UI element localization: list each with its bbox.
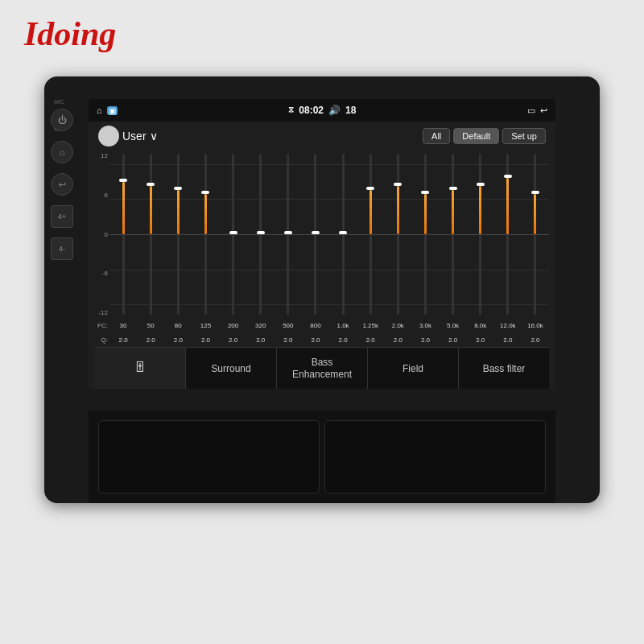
bottom-tabs: 🎚 Surround BassEnhancement Field Bass fi… bbox=[95, 347, 549, 389]
app-icon[interactable]: ▣ bbox=[107, 106, 118, 115]
home-button[interactable]: ⌂ bbox=[51, 141, 73, 163]
q-val-500: 2.0 bbox=[275, 336, 302, 344]
slider-col-5.0k[interactable] bbox=[440, 151, 467, 318]
slider-col-80[interactable] bbox=[164, 151, 192, 318]
slider-col-200[interactable] bbox=[220, 151, 247, 318]
bass-filter-label: Bass filter bbox=[483, 363, 526, 374]
slider-col-30[interactable] bbox=[109, 151, 137, 318]
slider-col-800[interactable] bbox=[302, 151, 329, 318]
slider-col-320[interactable] bbox=[247, 151, 275, 318]
slider-fill-50 bbox=[150, 186, 152, 234]
eq-sliders-container: 12 6 0 -6 -12 bbox=[95, 151, 549, 347]
slider-col-2.0k[interactable] bbox=[384, 151, 411, 318]
bottom-panel bbox=[89, 411, 555, 503]
q-val-5.0k: 2.0 bbox=[440, 336, 467, 344]
slider-fill-80 bbox=[177, 190, 180, 234]
all-button[interactable]: All bbox=[423, 128, 450, 144]
q-val-1.25k: 2.0 bbox=[357, 336, 384, 344]
slider-col-12.0k[interactable] bbox=[494, 151, 522, 318]
volume-icon: 🔊 bbox=[328, 105, 341, 116]
q-val-8.0k: 2.0 bbox=[467, 336, 494, 344]
slider-track-1.0k bbox=[342, 154, 345, 315]
vent-right bbox=[324, 420, 546, 493]
field-tab[interactable]: Field bbox=[368, 348, 459, 389]
vol-up-button[interactable]: 4+ bbox=[51, 205, 73, 228]
bass-enhancement-tab[interactable]: BassEnhancement bbox=[277, 348, 368, 389]
fc-row: FC: 3050801252003205008001.0k1.25k2.0k3.… bbox=[95, 318, 549, 332]
y-label-12: 12 bbox=[95, 152, 108, 159]
q-row: Q: 2.02.02.02.02.02.02.02.02.02.02.02.02… bbox=[95, 332, 549, 347]
nav-back-icon[interactable]: ↩ bbox=[540, 105, 547, 116]
q-val-800: 2.0 bbox=[302, 336, 329, 344]
slider-handle-320 bbox=[257, 231, 265, 234]
setup-button[interactable]: Set up bbox=[502, 128, 546, 144]
slider-col-50[interactable] bbox=[137, 151, 164, 318]
slider-col-500[interactable] bbox=[275, 151, 302, 318]
q-val-30: 2.0 bbox=[109, 336, 137, 344]
fc-label: FC: bbox=[95, 322, 109, 329]
status-bar: ⌂ ▣ ⧖ 08:02 🔊 18 ▭ ↩ bbox=[89, 99, 555, 122]
y-axis: 12 6 0 -6 -12 bbox=[95, 151, 109, 318]
dropdown-icon[interactable]: ∨ bbox=[150, 130, 158, 142]
slider-track-320 bbox=[259, 154, 262, 315]
eq-area: User ∨ All Default Set up 12 bbox=[89, 122, 555, 389]
slider-handle-50 bbox=[147, 183, 155, 186]
time-display: 08:02 bbox=[299, 105, 324, 116]
slider-col-16.0k[interactable] bbox=[522, 151, 549, 318]
fc-values: 3050801252003205008001.0k1.25k2.0k3.0k5.… bbox=[109, 322, 549, 329]
default-button[interactable]: Default bbox=[453, 128, 499, 144]
back-button[interactable]: ↩ bbox=[51, 173, 73, 196]
slider-track-80 bbox=[177, 154, 180, 315]
power-button[interactable]: ⏻ bbox=[51, 109, 73, 131]
slider-track-125 bbox=[204, 154, 207, 315]
status-center: ⧖ 08:02 🔊 18 bbox=[288, 105, 356, 116]
slider-fill-8.0k bbox=[479, 186, 481, 234]
vol-down-button[interactable]: 4- bbox=[51, 237, 73, 260]
user-label: User bbox=[122, 130, 147, 142]
slider-track-500 bbox=[287, 154, 289, 315]
vent-left bbox=[98, 420, 320, 493]
slider-handle-30 bbox=[119, 179, 127, 182]
user-avatar bbox=[98, 126, 119, 147]
q-val-200: 2.0 bbox=[220, 336, 247, 344]
slider-track-3.0k bbox=[424, 154, 427, 315]
home-icon[interactable]: ⌂ bbox=[97, 105, 102, 115]
q-val-3.0k: 2.0 bbox=[411, 336, 439, 344]
slider-handle-3.0k bbox=[421, 191, 429, 194]
brand-title: Idoing bbox=[24, 14, 116, 53]
page-wrapper: Idoing MIC RST ⏻ ⌂ ↩ 4+ 4- ⌂ ▣ ⧖ 08 bbox=[0, 0, 644, 644]
eq-top-controls: User ∨ All Default Set up bbox=[95, 122, 549, 151]
fc-val-500: 500 bbox=[275, 322, 302, 329]
fc-val-50: 50 bbox=[137, 322, 164, 329]
status-right: ▭ ↩ bbox=[527, 105, 547, 116]
slider-track-16.0k bbox=[534, 154, 536, 315]
slider-handle-80 bbox=[174, 187, 182, 190]
slider-track-2.0k bbox=[397, 154, 399, 315]
user-select[interactable]: User ∨ bbox=[98, 126, 158, 147]
fc-val-800: 800 bbox=[302, 322, 329, 329]
slider-handle-1.25k bbox=[366, 187, 374, 190]
q-val-50: 2.0 bbox=[137, 336, 164, 344]
slider-track-30 bbox=[122, 154, 125, 315]
bluetooth-icon: ⧖ bbox=[288, 105, 294, 115]
equalizer-tab[interactable]: 🎚 bbox=[95, 348, 186, 389]
y-label-n12: -12 bbox=[95, 309, 108, 316]
fc-val-8.0k: 8.0k bbox=[467, 322, 494, 329]
q-val-2.0k: 2.0 bbox=[384, 336, 411, 344]
slider-col-1.0k[interactable] bbox=[329, 151, 357, 318]
slider-col-3.0k[interactable] bbox=[411, 151, 439, 318]
slider-track-8.0k bbox=[479, 154, 481, 315]
slider-fill-3.0k bbox=[424, 194, 427, 234]
surround-label: Surround bbox=[211, 363, 250, 374]
slider-col-125[interactable] bbox=[192, 151, 219, 318]
sliders-grid bbox=[109, 151, 549, 318]
sliders-main: 12 6 0 -6 -12 bbox=[95, 151, 549, 318]
surround-tab[interactable]: Surround bbox=[186, 348, 277, 389]
slider-handle-8.0k bbox=[477, 183, 485, 186]
bass-filter-tab[interactable]: Bass filter bbox=[459, 348, 549, 389]
slider-col-1.25k[interactable] bbox=[357, 151, 384, 318]
slider-track-1.25k bbox=[369, 154, 372, 315]
mic-label: MIC bbox=[54, 99, 64, 105]
fc-val-200: 200 bbox=[220, 322, 247, 329]
slider-col-8.0k[interactable] bbox=[467, 151, 494, 318]
